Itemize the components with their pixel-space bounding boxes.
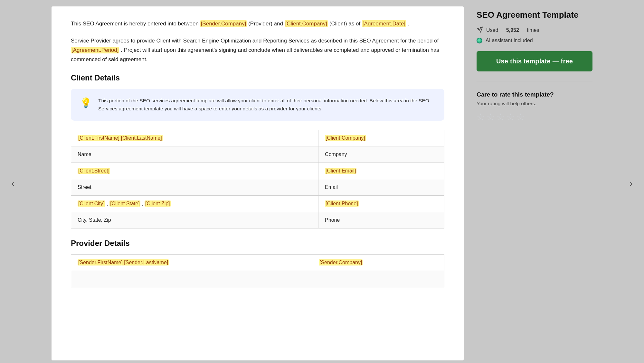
sidebar-title: SEO Agreement Template [477,10,592,21]
comma1: , [107,201,109,206]
para2-after: . Project will start upon this agreement… [71,47,439,62]
intro-text-mid: (Provider) [248,21,272,27]
main-content: This SEO Agreement is hereby entered int… [26,0,618,363]
sidebar: SEO Agreement Template Used 5,952 times [477,6,592,360]
info-box: 💡 This portion of the SEO services agree… [71,89,444,121]
phone-label-cell: Phone [318,212,444,228]
rating-subtitle: Your rating will help others. [477,101,592,107]
left-nav-arrow[interactable]: ‹ [0,171,26,196]
para2-before: Service Provider agrees to provide Clien… [71,38,439,44]
comma2: , [142,201,145,206]
ai-label: AI assistant included [486,38,533,43]
table-row: [Client.City] , [Client.State] , [Client… [71,195,444,212]
page-wrapper: ‹ › This SEO Agreement is hereby entered… [0,0,644,363]
provider-details-table: [Sender.FirstName] [Sender.LastName] [Se… [71,254,444,287]
table-row [71,271,444,287]
intro-paragraph-2: Service Provider agrees to provide Clien… [71,36,444,64]
intro-text-end: . [408,21,409,27]
sender-company-var: [Sender.Company] [200,20,247,27]
name-label-cell: Name [71,146,318,163]
client-details-table: [Client.FirstName] [Client.LastName] [Cl… [71,130,444,228]
usage-count-item: Used 5,952 times [477,26,592,34]
sidebar-meta: Used 5,952 times AI assistant included [477,26,592,43]
star-4[interactable]: ☆ [507,112,515,122]
client-phone-var: [Client.Phone] [325,200,359,207]
rating-section: Care to rate this template? Your rating … [477,82,592,122]
lightbulb-icon: 💡 [80,97,92,108]
client-company-var-cell: [Client.Company] [318,130,444,146]
street-label-cell: Street [71,179,318,195]
client-company-table-var: [Client.Company] [325,135,366,141]
provider-details-heading: Provider Details [71,239,444,248]
client-name-var-cell: [Client.FirstName] [Client.LastName] [71,130,318,146]
document-area: This SEO Agreement is hereby entered int… [52,6,464,360]
table-row: City, State, Zip Phone [71,212,444,228]
right-nav-arrow[interactable]: › [618,171,644,196]
client-city-var: [Client.City] [78,200,105,207]
ai-dot-icon [477,38,482,43]
sender-company-var-cell: [Sender.Company] [312,254,444,271]
client-email-var: [Client.Email] [325,168,356,174]
client-firstname-var: [Client.FirstName] [Client.LastName] [78,135,163,141]
table-row: Street Email [71,179,444,195]
client-phone-var-cell: [Client.Phone] [318,195,444,212]
provider-name-label-cell [71,271,312,287]
provider-company-label-cell [312,271,444,287]
star-5[interactable]: ☆ [516,112,525,122]
use-template-button[interactable]: Use this template — free [477,51,592,71]
stars-container: ☆ ☆ ☆ ☆ ☆ [477,112,592,122]
agreement-period-var: [Agreement.Period] [71,47,119,53]
email-label-cell: Email [318,179,444,195]
star-1[interactable]: ☆ [477,112,485,122]
intro-text-before: This SEO Agreement is hereby entered int… [71,21,199,27]
sender-name-var-cell: [Sender.FirstName] [Sender.LastName] [71,254,312,271]
star-2[interactable]: ☆ [487,112,495,122]
intro-paragraph-1: This SEO Agreement is hereby entered int… [71,19,444,29]
sender-firstname-var: [Sender.FirstName] [Sender.LastName] [78,259,169,265]
client-zip-var: [Client.Zip] [145,200,170,207]
client-email-var-cell: [Client.Email] [318,163,444,179]
times-label: times [527,27,539,33]
used-label: Used [486,27,498,33]
client-street-var-cell: [Client.Street] [71,163,318,179]
right-arrow-icon: › [630,178,632,189]
sender-company-table-var: [Sender.Company] [319,259,363,265]
usage-count: 5,952 [506,27,519,33]
table-row: Name Company [71,146,444,163]
info-box-text: This portion of the SEO services agreeme… [98,97,435,113]
send-icon [477,26,483,34]
client-company-var: [Client.Company] [285,20,328,27]
client-details-heading: Client Details [71,73,444,82]
city-state-zip-label-cell: City, State, Zip [71,212,318,228]
client-city-var-cell: [Client.City] , [Client.State] , [Client… [71,195,318,212]
table-row: [Client.FirstName] [Client.LastName] [Cl… [71,130,444,146]
star-3[interactable]: ☆ [497,112,505,122]
intro-text-and: and [274,21,285,27]
client-state-var: [Client.State] [109,200,140,207]
table-row: [Sender.FirstName] [Sender.LastName] [Se… [71,254,444,271]
intro-text-client: (Client) as of [329,21,362,27]
client-street-var: [Client.Street] [78,168,110,174]
table-row: [Client.Street] [Client.Email] [71,163,444,179]
left-arrow-icon: ‹ [11,178,14,189]
rating-heading: Care to rate this template? [477,91,592,98]
agreement-date-var: [Agreement.Date] [362,20,406,27]
company-label-cell: Company [318,146,444,163]
ai-assistant-item: AI assistant included [477,38,592,43]
